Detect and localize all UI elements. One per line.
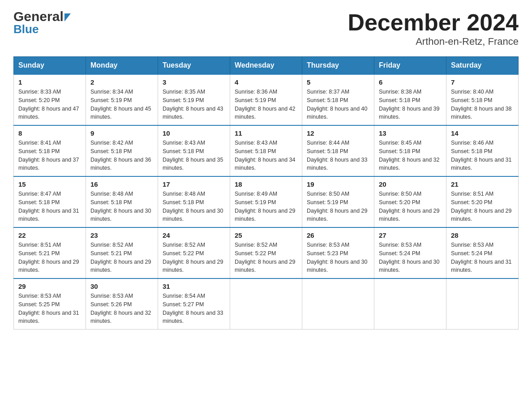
column-header-sunday: Sunday — [14, 57, 86, 75]
day-info: Sunrise: 8:53 AMSunset: 5:25 PMDaylight:… — [18, 292, 81, 325]
day-info: Sunrise: 8:42 AMSunset: 5:18 PMDaylight:… — [90, 139, 153, 172]
calendar-week-row: 15Sunrise: 8:47 AMSunset: 5:18 PMDayligh… — [14, 176, 519, 227]
calendar-day-cell: 6Sunrise: 8:38 AMSunset: 5:18 PMDaylight… — [374, 74, 446, 125]
column-header-monday: Monday — [86, 57, 158, 75]
day-info: Sunrise: 8:41 AMSunset: 5:18 PMDaylight:… — [18, 139, 81, 172]
calendar-week-row: 29Sunrise: 8:53 AMSunset: 5:25 PMDayligh… — [14, 278, 519, 330]
calendar-day-cell: 18Sunrise: 8:49 AMSunset: 5:19 PMDayligh… — [230, 176, 302, 227]
day-info: Sunrise: 8:48 AMSunset: 5:18 PMDaylight:… — [163, 190, 225, 223]
day-info: Sunrise: 8:43 AMSunset: 5:18 PMDaylight:… — [235, 139, 297, 172]
day-info: Sunrise: 8:51 AMSunset: 5:20 PMDaylight:… — [451, 190, 514, 223]
calendar-day-cell — [230, 278, 302, 330]
day-number: 2 — [90, 78, 153, 86]
day-info: Sunrise: 8:49 AMSunset: 5:19 PMDaylight:… — [235, 190, 297, 223]
column-header-tuesday: Tuesday — [158, 57, 230, 75]
calendar-day-cell: 24Sunrise: 8:52 AMSunset: 5:22 PMDayligh… — [158, 227, 230, 278]
page-header: General Blue December 2024 Arthon-en-Ret… — [13, 9, 519, 47]
day-info: Sunrise: 8:53 AMSunset: 5:23 PMDaylight:… — [307, 241, 369, 274]
day-info: Sunrise: 8:51 AMSunset: 5:21 PMDaylight:… — [18, 241, 81, 274]
logo-general-text: General — [13, 9, 64, 24]
day-info: Sunrise: 8:40 AMSunset: 5:18 PMDaylight:… — [451, 88, 514, 121]
calendar-day-cell: 7Sunrise: 8:40 AMSunset: 5:18 PMDaylight… — [446, 74, 519, 125]
day-info: Sunrise: 8:48 AMSunset: 5:18 PMDaylight:… — [90, 190, 153, 223]
calendar-day-cell: 9Sunrise: 8:42 AMSunset: 5:18 PMDaylight… — [86, 125, 158, 176]
day-info: Sunrise: 8:33 AMSunset: 5:20 PMDaylight:… — [18, 88, 81, 121]
calendar-day-cell: 13Sunrise: 8:45 AMSunset: 5:18 PMDayligh… — [374, 125, 446, 176]
calendar-day-cell: 12Sunrise: 8:44 AMSunset: 5:18 PMDayligh… — [302, 125, 374, 176]
logo: General Blue — [13, 9, 71, 36]
day-info: Sunrise: 8:52 AMSunset: 5:22 PMDaylight:… — [235, 241, 297, 274]
calendar-week-row: 8Sunrise: 8:41 AMSunset: 5:18 PMDaylight… — [14, 125, 519, 176]
day-info: Sunrise: 8:50 AMSunset: 5:20 PMDaylight:… — [379, 190, 442, 223]
day-number: 17 — [163, 180, 225, 188]
day-number: 21 — [451, 180, 514, 188]
calendar-week-row: 22Sunrise: 8:51 AMSunset: 5:21 PMDayligh… — [14, 227, 519, 278]
calendar-body: 1Sunrise: 8:33 AMSunset: 5:20 PMDaylight… — [14, 74, 519, 330]
calendar-day-cell: 21Sunrise: 8:51 AMSunset: 5:20 PMDayligh… — [446, 176, 519, 227]
column-header-friday: Friday — [374, 57, 446, 75]
day-number: 7 — [451, 78, 514, 86]
column-header-saturday: Saturday — [446, 57, 519, 75]
day-number: 10 — [163, 129, 225, 137]
calendar-day-cell: 28Sunrise: 8:53 AMSunset: 5:24 PMDayligh… — [446, 227, 519, 278]
calendar-day-cell: 22Sunrise: 8:51 AMSunset: 5:21 PMDayligh… — [14, 227, 86, 278]
day-info: Sunrise: 8:52 AMSunset: 5:21 PMDaylight:… — [90, 241, 153, 274]
day-number: 24 — [163, 231, 225, 239]
calendar-day-cell: 1Sunrise: 8:33 AMSunset: 5:20 PMDaylight… — [14, 74, 86, 125]
calendar-day-cell: 31Sunrise: 8:54 AMSunset: 5:27 PMDayligh… — [158, 278, 230, 330]
calendar-day-cell: 2Sunrise: 8:34 AMSunset: 5:19 PMDaylight… — [86, 74, 158, 125]
day-number: 3 — [163, 78, 225, 86]
calendar-day-cell — [374, 278, 446, 330]
day-number: 14 — [451, 129, 514, 137]
day-info: Sunrise: 8:34 AMSunset: 5:19 PMDaylight:… — [90, 88, 153, 121]
calendar-day-cell: 3Sunrise: 8:35 AMSunset: 5:19 PMDaylight… — [158, 74, 230, 125]
day-info: Sunrise: 8:35 AMSunset: 5:19 PMDaylight:… — [163, 88, 225, 121]
day-info: Sunrise: 8:54 AMSunset: 5:27 PMDaylight:… — [163, 292, 225, 325]
calendar-day-cell — [302, 278, 374, 330]
day-number: 27 — [379, 231, 442, 239]
day-number: 31 — [163, 283, 225, 290]
calendar-day-cell: 29Sunrise: 8:53 AMSunset: 5:25 PMDayligh… — [14, 278, 86, 330]
calendar-table: SundayMondayTuesdayWednesdayThursdayFrid… — [13, 56, 519, 330]
calendar-day-cell: 5Sunrise: 8:37 AMSunset: 5:18 PMDaylight… — [302, 74, 374, 125]
day-number: 25 — [235, 231, 297, 239]
calendar-day-cell: 8Sunrise: 8:41 AMSunset: 5:18 PMDaylight… — [14, 125, 86, 176]
day-number: 30 — [90, 283, 153, 290]
day-number: 13 — [379, 129, 442, 137]
calendar-day-cell: 30Sunrise: 8:53 AMSunset: 5:26 PMDayligh… — [86, 278, 158, 330]
day-number: 12 — [307, 129, 369, 137]
day-number: 8 — [18, 129, 81, 137]
calendar-day-cell — [446, 278, 519, 330]
calendar-day-cell: 27Sunrise: 8:53 AMSunset: 5:24 PMDayligh… — [374, 227, 446, 278]
calendar-day-cell: 26Sunrise: 8:53 AMSunset: 5:23 PMDayligh… — [302, 227, 374, 278]
calendar-day-cell: 19Sunrise: 8:50 AMSunset: 5:19 PMDayligh… — [302, 176, 374, 227]
day-info: Sunrise: 8:53 AMSunset: 5:24 PMDaylight:… — [379, 241, 442, 274]
day-info: Sunrise: 8:53 AMSunset: 5:26 PMDaylight:… — [90, 292, 153, 325]
day-number: 5 — [307, 78, 369, 86]
day-number: 26 — [307, 231, 369, 239]
day-info: Sunrise: 8:52 AMSunset: 5:22 PMDaylight:… — [163, 241, 225, 274]
day-number: 22 — [18, 231, 81, 239]
day-number: 11 — [235, 129, 297, 137]
day-info: Sunrise: 8:45 AMSunset: 5:18 PMDaylight:… — [379, 139, 442, 172]
calendar-day-cell: 23Sunrise: 8:52 AMSunset: 5:21 PMDayligh… — [86, 227, 158, 278]
day-info: Sunrise: 8:47 AMSunset: 5:18 PMDaylight:… — [18, 190, 81, 223]
title-block: December 2024 Arthon-en-Retz, France — [348, 9, 519, 47]
day-number: 6 — [379, 78, 442, 86]
day-number: 28 — [451, 231, 514, 239]
day-number: 1 — [18, 78, 81, 86]
calendar-day-cell: 14Sunrise: 8:46 AMSunset: 5:18 PMDayligh… — [446, 125, 519, 176]
calendar-subtitle: Arthon-en-Retz, France — [348, 36, 519, 47]
day-number: 4 — [235, 78, 297, 86]
day-number: 9 — [90, 129, 153, 137]
calendar-day-cell: 25Sunrise: 8:52 AMSunset: 5:22 PMDayligh… — [230, 227, 302, 278]
calendar-day-cell: 17Sunrise: 8:48 AMSunset: 5:18 PMDayligh… — [158, 176, 230, 227]
day-info: Sunrise: 8:53 AMSunset: 5:24 PMDaylight:… — [451, 241, 514, 274]
calendar-day-cell: 20Sunrise: 8:50 AMSunset: 5:20 PMDayligh… — [374, 176, 446, 227]
day-number: 29 — [18, 283, 81, 290]
column-header-wednesday: Wednesday — [230, 57, 302, 75]
header-row: SundayMondayTuesdayWednesdayThursdayFrid… — [14, 57, 519, 75]
day-info: Sunrise: 8:46 AMSunset: 5:18 PMDaylight:… — [451, 139, 514, 172]
day-number: 18 — [235, 180, 297, 188]
calendar-day-cell: 10Sunrise: 8:43 AMSunset: 5:18 PMDayligh… — [158, 125, 230, 176]
